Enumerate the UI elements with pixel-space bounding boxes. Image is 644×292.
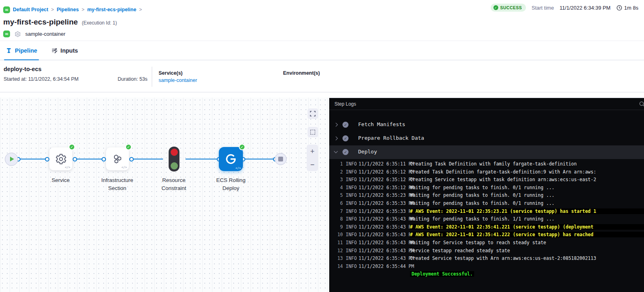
service-tag-label: sample-container xyxy=(25,31,65,37)
log-steps: ✓Fetch Manifests✓Prepare Rollback Data✓D… xyxy=(329,110,644,159)
tab-inputs[interactable]: Inputs xyxy=(49,41,80,60)
zoom-in-button[interactable]: + xyxy=(310,148,315,155)
step-logs-panel: Step Logs ✓Fetch Manifests✓Prepare Rollb… xyxy=(329,98,644,292)
log-line-number: 2 xyxy=(329,169,343,175)
breadcrumb-project-link[interactable]: Default Project xyxy=(13,7,48,12)
service-tag-row: ∞ sample-container xyxy=(0,27,644,41)
log-timestamp: 11/1/2022 6:35:43 PM xyxy=(359,255,414,261)
log-timestamp: 11/1/2022 6:35:33 PM xyxy=(359,200,414,206)
node-service[interactable]: </> ✓ xyxy=(49,147,72,170)
log-timestamp: 11/1/2022 6:35:12 PM xyxy=(359,169,414,175)
search-icon[interactable] xyxy=(639,101,644,107)
code-icon: </> xyxy=(65,165,70,169)
log-level: INFO xyxy=(346,200,357,206)
step-success-icon: ✓ xyxy=(342,135,348,141)
log-timestamp: 11/1/2022 6:35:44 PM xyxy=(359,263,414,269)
node-label-service: Service xyxy=(41,176,81,184)
success-check-icon: ✓ xyxy=(69,144,75,150)
log-message: Waiting for pending tasks to finish. 1/1… xyxy=(410,216,644,222)
stage-name: deploy-to-ecs xyxy=(4,66,41,72)
log-timestamp: 11/1/2022 6:35:23 PM xyxy=(359,192,414,198)
log-line-number: 8 xyxy=(329,216,343,222)
log-line-number: 4 xyxy=(329,185,343,190)
gear-icon xyxy=(55,153,67,165)
log-timestamp: 11/1/2022 6:35:43 PM xyxy=(359,232,414,237)
stop-icon xyxy=(278,157,283,161)
log-line: 6INFO11/1/2022 6:35:33 PMWaiting for pen… xyxy=(329,199,644,207)
node-resource-constraint[interactable] xyxy=(169,147,179,172)
log-line-number: 12 xyxy=(329,248,343,253)
log-level: INFO xyxy=(346,208,357,214)
fullscreen-button[interactable] xyxy=(308,108,318,119)
inputs-icon xyxy=(51,47,58,54)
execution-status-cluster: ✓ SUCCESS Start time 11/1/2022 6:34:39 P… xyxy=(491,4,638,12)
fullscreen-icon xyxy=(310,111,316,116)
log-message: Waiting for pending tasks to finish. 0/1… xyxy=(410,192,644,198)
log-line: 8INFO11/1/2022 6:35:43 PMWaiting for pen… xyxy=(329,215,644,223)
connector-dot xyxy=(73,157,77,161)
breadcrumb: ∞ Default Project > Pipelines > my-first… xyxy=(3,6,142,13)
marquee-select-button[interactable] xyxy=(308,127,318,137)
log-level: INFO xyxy=(346,248,357,253)
log-timestamp: 11/1/2022 6:35:43 PM xyxy=(359,224,414,230)
tab-bar: Pipeline Inputs xyxy=(0,41,644,60)
step-success-icon: ✓ xyxy=(342,122,348,128)
edge xyxy=(131,159,163,159)
service-link[interactable]: sample-container xyxy=(159,78,197,83)
node-ecs-rolling-deploy[interactable]: </> ✓ xyxy=(219,147,243,171)
log-level: INFO xyxy=(346,177,357,182)
log-message: Waiting for pending tasks to finish. 0/1… xyxy=(410,185,644,190)
pipeline-execution-screen: ∞ Default Project > Pipelines > my-first… xyxy=(0,0,644,292)
connector-dot xyxy=(129,157,134,161)
log-level: INFO xyxy=(346,216,357,222)
log-line: 10INFO11/1/2022 6:35:43 PM# AWS Event: 2… xyxy=(329,231,644,239)
connector-dot xyxy=(45,157,49,161)
edge xyxy=(243,159,275,159)
log-step-row[interactable]: ✓Fetch Manifests xyxy=(329,118,644,132)
log-step-row[interactable]: ✓Prepare Rollback Data xyxy=(329,132,644,145)
log-line-number: 10 xyxy=(329,232,343,237)
log-timestamp: 11/1/2022 6:35:43 PM xyxy=(359,216,414,222)
log-message: # AWS Event: 2022-11-01 22:35:41.222 (se… xyxy=(410,232,644,237)
stage-started-at: Started at: 11/1/2022, 6:34:54 PM xyxy=(4,76,79,82)
log-level: INFO xyxy=(346,169,357,175)
log-line-number: 11 xyxy=(329,240,343,245)
log-line-number: 5 xyxy=(329,192,343,198)
chevron-right-icon xyxy=(334,137,338,141)
services-label: Service(s) xyxy=(159,70,183,76)
log-message: Creating Service testapp with task defin… xyxy=(410,177,644,182)
breadcrumb-pipeline-link[interactable]: my-first-ecs-pipeline xyxy=(87,7,136,12)
log-message: Waiting for Service testapp to reach ste… xyxy=(410,240,644,245)
zoom-out-button[interactable]: − xyxy=(310,161,315,168)
pipeline-icon xyxy=(6,47,12,54)
divider xyxy=(152,67,152,87)
status-badge: ✓ SUCCESS xyxy=(491,4,526,12)
ecs-swirl-icon xyxy=(225,153,237,165)
log-level: INFO xyxy=(346,185,357,190)
edge xyxy=(185,159,219,159)
clock-icon xyxy=(616,5,622,11)
step-logs-header: Step Logs xyxy=(329,98,644,110)
step-success-icon: ✓ xyxy=(342,149,348,155)
log-message: Deployment Successful. xyxy=(410,271,474,277)
log-line-number: 7 xyxy=(329,208,343,214)
log-message: Creating Task Definition with family far… xyxy=(410,161,644,167)
breadcrumb-separator: > xyxy=(139,7,142,12)
marquee-icon xyxy=(310,130,315,135)
node-label-resource-constraint: Resource Constraint xyxy=(154,176,194,192)
log-line-number: 13 xyxy=(329,255,343,261)
breadcrumb-pipelines-link[interactable]: Pipelines xyxy=(57,7,79,12)
node-infrastructure[interactable]: </> ✓ xyxy=(106,147,129,170)
traffic-red-light xyxy=(171,149,178,156)
log-step-row[interactable]: ✓Deploy xyxy=(329,145,644,159)
cd-module-icon: ∞ xyxy=(3,6,10,13)
log-level: INFO xyxy=(346,240,357,245)
pipeline-end-node xyxy=(275,153,287,165)
tab-pipeline[interactable]: Pipeline xyxy=(4,41,39,60)
title-row: my-first-ecs-pipeline (Execution Id: 1) xyxy=(0,15,644,27)
pipeline-start-node xyxy=(5,153,18,166)
gear-icon xyxy=(14,31,21,37)
connector-dot xyxy=(102,157,106,161)
pipeline-canvas[interactable]: </> ✓ </> ✓ xyxy=(0,98,329,292)
step-logs-title: Step Logs xyxy=(334,101,356,107)
